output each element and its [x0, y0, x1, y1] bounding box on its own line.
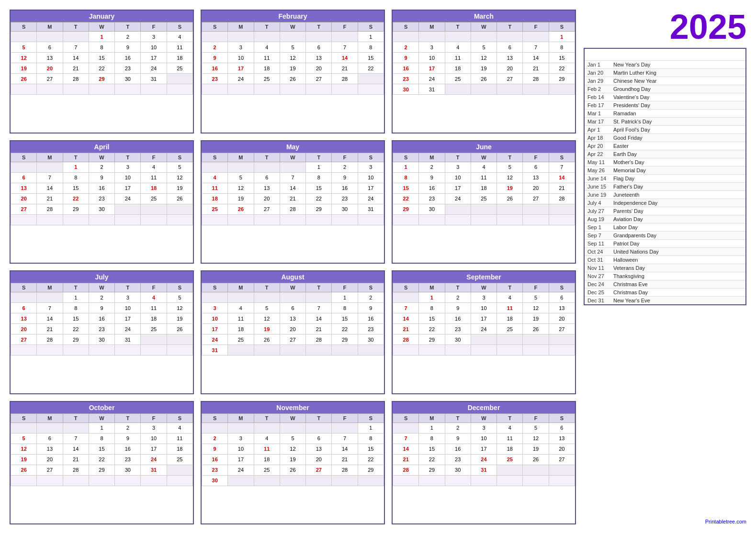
calendar-day: 8: [89, 433, 114, 444]
calendar-day: 29: [63, 334, 89, 345]
calendar-day: 26: [471, 74, 496, 84]
calendar-day: 21: [332, 454, 358, 465]
day-header: W: [89, 22, 114, 32]
calendar-day: 12: [280, 53, 305, 63]
calendar-day: 5: [523, 292, 549, 303]
calendar-day: [358, 475, 384, 486]
calendar-day: 17: [471, 444, 496, 454]
footer-link[interactable]: Printabletree.com: [584, 516, 746, 524]
calendar-day: [306, 423, 332, 433]
calendar-day: 24: [141, 454, 167, 465]
calendar-day: [63, 32, 89, 42]
calendar-day: 28: [37, 334, 63, 345]
holiday-date: Feb 14: [584, 93, 610, 101]
holiday-date: Dec 25: [584, 289, 610, 297]
calendar-day: 18: [202, 193, 228, 204]
calendar-day: 3: [115, 292, 141, 303]
calendar-day: 24: [419, 74, 445, 84]
holiday-name: Good Friday: [610, 134, 746, 142]
calendar-day: 7: [549, 162, 575, 172]
calendar-day: 17: [115, 183, 141, 193]
day-header: M: [419, 22, 445, 32]
day-header: S: [202, 413, 228, 423]
calendar-day: 13: [254, 183, 280, 193]
calendar-day: 2: [445, 292, 471, 303]
calendar-day: [445, 214, 471, 225]
day-header: W: [280, 283, 305, 292]
calendar-day: 20: [523, 183, 549, 193]
calendar-day: [63, 84, 89, 95]
calendar-day: [89, 84, 114, 95]
calendar-day: [167, 475, 192, 486]
calendar-day: 26: [497, 193, 523, 204]
calendar-day: 28: [306, 334, 332, 345]
day-header: S: [11, 153, 37, 162]
calendar-day: 21: [332, 63, 358, 74]
calendar-day: 10: [471, 433, 496, 444]
calendar-day: 7: [280, 172, 305, 183]
calendar-day: 22: [306, 193, 332, 204]
day-header: F: [523, 22, 549, 32]
right-panel: 2025 Federal Holidays 2025 Jan 1New Year…: [584, 10, 746, 524]
calendar-day: [497, 204, 523, 214]
calendar-day: 26: [254, 334, 280, 345]
calendar-day: [11, 292, 37, 303]
calendar-day: 22: [89, 63, 114, 74]
calendar-day: [332, 214, 358, 225]
calendar-day: [254, 475, 280, 486]
calendar-day: 18: [254, 454, 280, 465]
calendar-day: 18: [167, 53, 192, 63]
day-header: S: [11, 283, 37, 292]
calendar-day: 23: [202, 465, 228, 475]
calendar-day: 13: [306, 444, 332, 454]
holiday-date: May 26: [584, 167, 610, 175]
calendar-day: 11: [202, 183, 228, 193]
calendar-day: 2: [419, 162, 445, 172]
calendar-day: 30: [115, 74, 141, 84]
calendar-day: [523, 214, 549, 225]
calendar-day: [228, 162, 254, 172]
day-header: F: [332, 153, 358, 162]
day-header: M: [37, 413, 63, 423]
calendar-day: 16: [358, 313, 384, 324]
calendar-day: [89, 475, 114, 486]
calendar-day: 6: [11, 303, 37, 313]
holiday-name: Mother's Day: [610, 158, 746, 167]
calendar-day: [63, 423, 89, 433]
calendar-day: 26: [167, 324, 192, 334]
day-header: T: [115, 22, 141, 32]
calendar-day: 13: [549, 303, 575, 313]
calendar-day: 9: [358, 303, 384, 313]
calendar-day: [497, 465, 523, 475]
day-header: S: [167, 283, 192, 292]
calendar-day: 16: [115, 444, 141, 454]
calendar-day: [419, 345, 445, 356]
calendar-day: 9: [393, 53, 419, 63]
holiday-name: Halloween: [610, 256, 746, 264]
calendar-day: [37, 214, 63, 225]
calendar-day: [332, 84, 358, 95]
calendar-day: 4: [471, 162, 496, 172]
calendar-day: 25: [167, 454, 192, 465]
calendar-day: 29: [358, 465, 384, 475]
month-block-october: OctoberSMTWTFS12345678910111213141516171…: [10, 401, 194, 525]
calendar-day: 19: [471, 63, 496, 74]
calendar-day: [228, 292, 254, 303]
day-header: S: [549, 153, 575, 162]
calendar-day: 12: [523, 433, 549, 444]
calendar-day: 15: [332, 313, 358, 324]
calendar-day: 7: [332, 433, 358, 444]
calendar-day: [11, 345, 37, 356]
calendar-day: 20: [254, 193, 280, 204]
calendar-day: 12: [11, 444, 37, 454]
holiday-date: June 19: [584, 191, 610, 199]
day-header: T: [254, 413, 280, 423]
calendar-day: 6: [306, 42, 332, 53]
calendar-day: [549, 465, 575, 475]
calendar-day: 27: [254, 204, 280, 214]
calendar-day: 14: [393, 444, 419, 454]
calendar-day: 26: [167, 193, 192, 204]
calendar-day: 12: [471, 53, 496, 63]
calendar-day: [141, 204, 167, 214]
calendar-day: 31: [419, 84, 445, 95]
